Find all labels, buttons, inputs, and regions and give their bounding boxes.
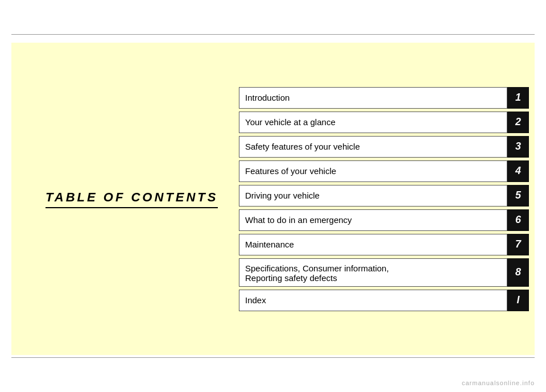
toc-number-5: 5 xyxy=(507,185,529,207)
toc-label-8: Specifications, Consumer information, Re… xyxy=(239,258,507,287)
toc-label-4: Features of your vehicle xyxy=(239,160,507,182)
toc-row-3[interactable]: Safety features of your vehicle 3 xyxy=(239,136,529,158)
watermark: carmanualsonline.info xyxy=(462,379,535,386)
toc-number-6: 6 xyxy=(507,209,529,231)
toc-number-2: 2 xyxy=(507,112,529,133)
toc-number-8: 8 xyxy=(507,258,529,287)
toc-label-3: Safety features of your vehicle xyxy=(239,136,507,158)
toc-label-7: Maintenance xyxy=(239,234,507,255)
toc-number-7: 7 xyxy=(507,234,529,255)
toc-row-8[interactable]: Specifications, Consumer information, Re… xyxy=(239,258,529,287)
toc-row-2[interactable]: Your vehicle at a glance 2 xyxy=(239,112,529,133)
toc-number-3: 3 xyxy=(507,136,529,158)
toc-title: TABLE OF CONTENTS xyxy=(46,190,218,208)
toc-row-7[interactable]: Maintenance 7 xyxy=(239,234,529,255)
toc-label-2: Your vehicle at a glance xyxy=(239,112,507,133)
toc-row-index[interactable]: Index I xyxy=(239,290,529,311)
toc-label-6: What to do in an emergency xyxy=(239,209,507,231)
toc-number-4: 4 xyxy=(507,160,529,182)
bottom-rule xyxy=(11,357,535,358)
toc-label-5: Driving your vehicle xyxy=(239,185,507,207)
toc-number-1: 1 xyxy=(507,87,529,109)
left-panel: TABLE OF CONTENTS xyxy=(11,190,239,208)
toc-label-index: Index xyxy=(239,290,507,311)
toc-row-5[interactable]: Driving your vehicle 5 xyxy=(239,185,529,207)
main-content: TABLE OF CONTENTS Introduction 1 Your ve… xyxy=(11,43,535,355)
toc-list: Introduction 1 Your vehicle at a glance … xyxy=(239,76,535,323)
toc-label-1: Introduction xyxy=(239,87,507,109)
toc-number-index: I xyxy=(507,290,529,311)
toc-row-6[interactable]: What to do in an emergency 6 xyxy=(239,209,529,231)
top-rule xyxy=(11,34,535,35)
toc-row-1[interactable]: Introduction 1 xyxy=(239,87,529,109)
toc-row-4[interactable]: Features of your vehicle 4 xyxy=(239,160,529,182)
